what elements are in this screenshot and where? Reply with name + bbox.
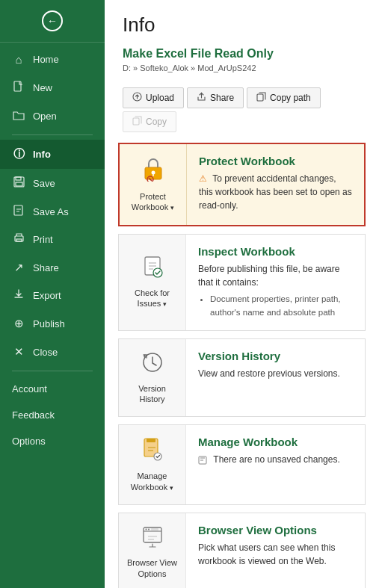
section-heading: Make Excel File Read Only	[123, 47, 361, 61]
close-icon: ✕	[12, 345, 25, 359]
publish-icon: ⊕	[12, 317, 25, 330]
export-icon	[12, 289, 25, 302]
manage-workbook-content: Manage Workbook There are no unsaved cha…	[186, 425, 365, 504]
manage-workbook-card: ManageWorkbook ▾ Manage Workbook There a…	[118, 424, 366, 505]
sidebar-item-print[interactable]: Print	[0, 226, 105, 253]
svg-rect-9	[133, 118, 139, 125]
share-button[interactable]: Share	[187, 87, 244, 108]
open-icon	[12, 110, 25, 123]
sidebar-item-save[interactable]: Save	[0, 169, 105, 197]
breadcrumb: D: » Softeko_Alok » Mod_ArUpS242	[123, 64, 361, 72]
check-issues-label: Check forIssues ▾	[135, 288, 170, 309]
sidebar-divider-2	[12, 371, 93, 371]
sidebar-label-share: Share	[33, 262, 59, 273]
new-icon	[12, 81, 25, 95]
manage-workbook-desc: There are no unsaved changes.	[198, 453, 353, 466]
upload-button[interactable]: Upload	[123, 87, 184, 108]
browser-view-card: Browser ViewOptions Browser View Options…	[118, 513, 366, 588]
sidebar-label-options: Options	[12, 436, 46, 447]
main-header: Info Make Excel File Read Only D: » Soft…	[105, 0, 379, 87]
svg-rect-6	[16, 239, 22, 241]
print-icon	[12, 233, 25, 246]
sidebar-divider-1	[12, 134, 93, 135]
copy-button-disabled: Copy	[123, 111, 176, 132]
info-sections: ProtectWorkbook ▾ Protect Workbook ⚠ To …	[105, 143, 379, 588]
sidebar-item-account[interactable]: Account	[0, 376, 105, 402]
sidebar-item-open[interactable]: Open	[0, 102, 105, 130]
sidebar-item-home[interactable]: ⌂ Home	[0, 46, 105, 73]
back-circle-icon[interactable]: ←	[42, 10, 63, 31]
version-history-content: Version History View and restore previou…	[186, 339, 365, 417]
svg-rect-24	[151, 528, 158, 530]
browser-view-desc: Pick what users can see when this workbo…	[198, 541, 353, 568]
check-issues-button[interactable]: Check forIssues ▾	[119, 235, 186, 330]
sidebar-bottom: Account Feedback Options	[0, 376, 105, 460]
copy-path-icon	[256, 92, 266, 104]
sidebar-label-home: Home	[33, 54, 59, 65]
main-content: Info Make Excel File Read Only D: » Soft…	[105, 0, 379, 588]
sidebar-label-publish: Publish	[33, 318, 65, 329]
home-icon: ⌂	[12, 53, 25, 66]
manage-workbook-label: ManageWorkbook ▾	[131, 471, 173, 492]
sidebar: ← ⌂ Home New Open ⓘ I	[0, 0, 105, 588]
upload-label: Upload	[146, 93, 174, 103]
manage-workbook-button[interactable]: ManageWorkbook ▾	[119, 425, 186, 504]
inspect-workbook-content: Inspect Workbook Before publishing this …	[186, 235, 365, 330]
protect-workbook-label: ProtectWorkbook ▾	[132, 191, 174, 213]
inspect-workbook-card: Check forIssues ▾ Inspect Workbook Befor…	[118, 234, 366, 331]
info-icon: ⓘ	[12, 147, 25, 161]
protect-workbook-button[interactable]: ProtectWorkbook ▾	[120, 144, 187, 225]
svg-rect-0	[14, 81, 21, 91]
version-history-card: VersionHistory Version History View and …	[118, 338, 366, 418]
sidebar-label-export: Export	[33, 290, 61, 301]
sidebar-item-share[interactable]: ↗ Share	[0, 253, 105, 282]
check-issues-icon	[142, 256, 163, 283]
sidebar-label-feedback: Feedback	[12, 409, 55, 421]
svg-rect-3	[16, 182, 22, 186]
sidebar-item-info[interactable]: ⓘ Info	[0, 140, 105, 169]
browser-view-button[interactable]: Browser ViewOptions	[119, 513, 186, 588]
back-button[interactable]: ←	[0, 0, 105, 43]
inspect-workbook-title: Inspect Workbook	[198, 245, 353, 258]
version-history-title: Version History	[198, 350, 353, 362]
browser-view-title: Browser View Options	[198, 524, 353, 536]
version-history-button[interactable]: VersionHistory	[119, 339, 186, 417]
svg-rect-2	[16, 177, 21, 180]
sidebar-item-options[interactable]: Options	[0, 428, 105, 454]
share-icon: ↗	[12, 261, 25, 274]
protect-workbook-card: ProtectWorkbook ▾ Protect Workbook ⚠ To …	[118, 143, 366, 226]
sidebar-item-export[interactable]: Export	[0, 282, 105, 309]
version-history-desc: View and restore previous versions.	[198, 367, 353, 380]
svg-point-11	[151, 171, 155, 175]
version-history-label: VersionHistory	[138, 383, 166, 405]
copy-path-button[interactable]: Copy path	[247, 87, 321, 108]
clock-icon	[141, 351, 164, 379]
sidebar-label-close: Close	[33, 347, 58, 358]
sidebar-item-close[interactable]: ✕ Close	[0, 338, 105, 366]
inspect-workbook-desc: Before publishing this file, be aware th…	[198, 262, 353, 320]
save-icon	[12, 176, 25, 190]
browser-view-label: Browser ViewOptions	[127, 557, 177, 579]
svg-rect-8	[257, 94, 263, 101]
sidebar-item-feedback[interactable]: Feedback	[0, 402, 105, 428]
copy-icon	[132, 116, 142, 128]
svg-point-22	[145, 529, 147, 530]
manage-workbook-title: Manage Workbook	[198, 436, 353, 448]
browser-view-content: Browser View Options Pick what users can…	[186, 513, 365, 588]
sidebar-nav: ⌂ Home New Open ⓘ Info	[0, 43, 105, 588]
browser-view-icon	[142, 525, 163, 553]
sidebar-item-publish[interactable]: ⊕ Publish	[0, 309, 105, 338]
copy-path-label: Copy path	[270, 93, 311, 103]
sidebar-label-print: Print	[33, 234, 53, 245]
protect-workbook-content: Protect Workbook ⚠ To prevent accidental…	[187, 144, 364, 225]
sidebar-label-save: Save	[33, 178, 55, 189]
share-label: Share	[210, 93, 234, 103]
inspect-bullet-1: Document properties, printer path, autho…	[210, 292, 353, 320]
share-action-icon	[197, 92, 206, 104]
sidebar-item-save-as[interactable]: Save As	[0, 197, 105, 226]
manage-workbook-icon	[142, 437, 163, 466]
sidebar-label-save-as: Save As	[33, 206, 69, 217]
sidebar-item-new[interactable]: New	[0, 73, 105, 102]
svg-point-14	[153, 268, 162, 277]
protect-workbook-title: Protect Workbook	[199, 155, 352, 167]
